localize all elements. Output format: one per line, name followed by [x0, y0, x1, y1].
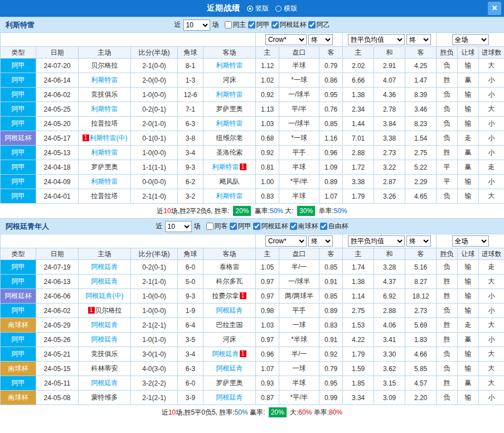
team-name: 利斯特雷 — [216, 61, 243, 69]
corner-score: 6-4 — [178, 318, 203, 333]
checkbox-input[interactable] — [308, 21, 316, 28]
col-avg-draw: 和 — [374, 47, 405, 59]
away-odds: 0.85 — [319, 289, 343, 304]
avg-draw-odds: 3.26 — [374, 189, 405, 204]
home-team-cell: 1利斯特雷(中) — [79, 131, 131, 146]
section-team-name: 利斯特雷 — [6, 20, 35, 30]
match-score: 0-2(0-1) — [131, 260, 178, 275]
away-odds: 0.79 — [319, 59, 343, 73]
checkbox-input[interactable] — [225, 21, 232, 28]
away-odds: 0.95 — [319, 376, 343, 391]
filter-checkbox-阿甲[interactable]: 阿甲 — [248, 20, 270, 30]
corner-score: 6-0 — [178, 376, 203, 391]
away-team-cell: 阿根廷青 — [203, 304, 256, 318]
result-outcome: 负 — [437, 131, 458, 146]
col-odds-away: 客 — [319, 248, 343, 260]
league-type-cell: 阿甲 — [1, 146, 36, 160]
bookmaker-time-select[interactable]: 终 — [308, 34, 333, 45]
avg-home-odds: 1.74 — [343, 260, 374, 275]
avg-away-odds: 2.29 — [405, 175, 437, 189]
avg-time-select[interactable]: 终 — [406, 235, 431, 247]
checkbox-input[interactable] — [248, 21, 255, 28]
filter-checkbox-list: 同主阿甲阿根廷杯阿乙 — [225, 20, 330, 30]
match-score: 2-0(1-0) — [131, 117, 178, 131]
handicap-line: 一/球半 — [279, 117, 319, 131]
summary-text: 60% — [298, 408, 312, 416]
filter-checkbox-阿根廷杯[interactable]: 阿根廷杯 — [253, 222, 288, 231]
match-score: 0-0(0-0) — [131, 175, 178, 189]
corner-score: 9-3 — [178, 289, 203, 304]
team-name: 科尔多瓦 — [216, 277, 243, 285]
match-row: 阿根廷杯24-06-06阿根廷青(中)1-0(0-0)9-3拉费尔拿10.97两… — [1, 289, 504, 304]
layout-radio-vertical[interactable]: 竖版 — [247, 4, 269, 13]
team-name: 飓风队 — [220, 177, 240, 185]
filter-checkbox-阿甲[interactable]: 阿甲 — [230, 222, 251, 231]
league-type-cell: 阿甲 — [1, 333, 36, 347]
filter-checkbox-同客[interactable]: 同客 — [206, 222, 228, 231]
summary-text: 单率: — [317, 207, 334, 215]
checkbox-input[interactable] — [230, 223, 237, 230]
checkbox-input[interactable] — [253, 223, 260, 230]
away-odds: 0.99 — [319, 391, 343, 405]
avg-odds-select[interactable]: 胜平负均值 — [348, 34, 405, 45]
match-row: 阿甲24-04-09利斯特雷0-0(0-0)6-2飓风队1.00*平/半0.89… — [1, 175, 504, 189]
summary-text: 场,胜5平0负5, 胜率: — [176, 408, 234, 416]
corner-score: 3-4 — [178, 347, 203, 362]
games-count-select[interactable]: 10 — [165, 221, 192, 232]
home-odds: 0.97 — [256, 275, 279, 289]
result-outcome: 负 — [437, 59, 458, 73]
team-name: 泰格雷 — [220, 263, 240, 271]
bookmaker-time-select[interactable]: 终 — [308, 235, 333, 247]
bookmaker-odds-selects: Crow* 终 — [256, 234, 343, 248]
checkbox-input[interactable] — [290, 223, 297, 230]
avg-draw-odds: 3.62 — [374, 362, 405, 376]
match-score: 2-1(2-1) — [131, 391, 178, 405]
home-team-cell: 蒙特维多 — [79, 391, 131, 405]
home-odds: 1.03 — [256, 117, 279, 131]
filter-checkbox-自由杯[interactable]: 自由杯 — [320, 222, 348, 231]
bookmaker-select[interactable]: Crow* — [265, 34, 307, 45]
bookmaker-select[interactable]: Crow* — [265, 235, 307, 247]
layout-radio-horizontal[interactable]: 横版 — [275, 4, 297, 13]
team-name: 利斯特雷 — [91, 76, 118, 84]
match-date: 24-04-01 — [36, 189, 79, 204]
scope-select[interactable]: 全场 — [452, 235, 489, 247]
avg-time-select[interactable]: 终 — [406, 34, 431, 45]
home-team-cell: 阿根廷青(中) — [79, 289, 131, 304]
home-team-cell: 阿根廷青 — [79, 376, 131, 391]
filter-checkbox-阿乙[interactable]: 阿乙 — [308, 20, 330, 30]
games-count-select[interactable]: 10 — [183, 20, 210, 31]
avg-odds-select[interactable]: 胜平负均值 — [348, 235, 405, 247]
away-odds: 0.92 — [319, 347, 343, 362]
team-name: 竞技俱乐 — [91, 350, 118, 358]
home-odds: 0.81 — [256, 160, 279, 175]
away-odds: 0.91 — [319, 275, 343, 289]
home-odds: 0.97 — [256, 289, 279, 304]
filter-checkbox-同主[interactable]: 同主 — [225, 20, 246, 30]
result-handicap: 赢 — [458, 333, 479, 347]
league-type-cell: 阿甲 — [1, 189, 36, 204]
checkbox-input[interactable] — [272, 21, 279, 28]
result-handicap: 输 — [458, 275, 479, 289]
filter-checkbox-阿根廷杯[interactable]: 阿根廷杯 — [272, 20, 307, 30]
league-type-cell: 阿甲 — [1, 102, 36, 117]
match-date: 24-05-13 — [36, 146, 79, 160]
checkbox-input[interactable] — [320, 223, 327, 230]
away-team-cell: 利斯特雷 — [203, 189, 256, 204]
radio-input-horizontal[interactable] — [275, 6, 282, 12]
result-outcome: 胜 — [437, 318, 458, 333]
avg-away-odds: 2.75 — [405, 146, 437, 160]
radio-input-vertical[interactable] — [247, 6, 253, 12]
avg-away-odds: 2.73 — [405, 304, 437, 318]
result-handicap: 赢 — [458, 160, 479, 175]
team-name: 蒙特维多 — [91, 393, 118, 401]
handicap-line: 平/半 — [279, 102, 319, 117]
close-button[interactable]: ✕ — [488, 2, 501, 15]
checkbox-input[interactable] — [206, 223, 214, 230]
team-name: 阿根廷青(中) — [86, 292, 124, 300]
away-odds: 1.16 — [319, 131, 343, 146]
col-handicap-result: 让球 — [458, 47, 479, 59]
handicap-line: *一球 — [279, 73, 319, 88]
scope-select[interactable]: 全场 — [452, 34, 489, 45]
filter-checkbox-南球杯[interactable]: 南球杯 — [290, 222, 318, 231]
